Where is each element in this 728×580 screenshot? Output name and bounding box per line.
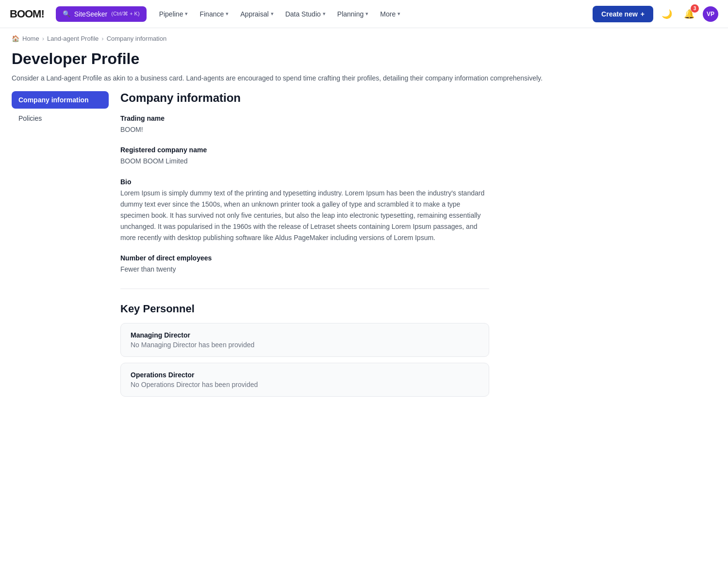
breadcrumb-separator: › [101,35,103,42]
nav-appraisal[interactable]: Appraisal ▾ [235,7,278,21]
page-title: Developer Profile [12,50,716,68]
employees-value: Fewer than twenty [120,264,489,275]
registered-name-group: Registered company name BOOM BOOM Limite… [120,146,489,167]
employees-group: Number of direct employees Fewer than tw… [120,254,489,275]
nav-links: Pipeline ▾ Finance ▾ Appraisal ▾ Data St… [154,7,585,21]
notifications-wrapper: 🔔 3 [680,5,698,23]
site-seeker-button[interactable]: 🔍 SiteSeeker (Ctrl/⌘ + K) [56,6,147,22]
nav-finance[interactable]: Finance ▾ [195,7,233,21]
chevron-down-icon: ▾ [185,11,188,17]
operations-director-card: Operations Director No Operations Direct… [120,363,489,397]
chevron-down-icon: ▾ [365,11,368,17]
plus-icon: + [641,10,645,18]
site-seeker-shortcut: (Ctrl/⌘ + K) [111,11,139,17]
registered-name-label: Registered company name [120,146,489,154]
registered-name-value: BOOM BOOM Limited [120,156,489,167]
site-seeker-label: SiteSeeker [74,10,107,18]
managing-director-empty: No Managing Director has been provided [131,341,479,349]
nav-data-studio[interactable]: Data Studio ▾ [281,7,331,21]
chevron-down-icon: ▾ [397,11,400,17]
breadcrumb-current: Company information [107,35,167,42]
operations-director-role: Operations Director [131,371,479,379]
logo: BOOM! [10,8,44,20]
moon-icon: 🌙 [662,9,672,19]
navbar: BOOM! 🔍 SiteSeeker (Ctrl/⌘ + K) Pipeline… [0,0,728,28]
main-layout: Company information Policies Company inf… [0,91,728,403]
chevron-down-icon: ▾ [226,11,229,17]
create-new-button[interactable]: Create new + [593,6,653,22]
managing-director-role: Managing Director [131,331,479,339]
page-header: Developer Profile Consider a Land-agent … [0,47,728,91]
home-icon: 🏠 [12,35,19,42]
key-personnel-title: Key Personnel [120,303,489,315]
chevron-down-icon: ▾ [323,11,326,17]
operations-director-empty: No Operations Director has been provided [131,381,479,388]
company-info-title: Company information [120,91,489,105]
nav-right: Create new + 🌙 🔔 3 VP [593,5,718,23]
trading-name-group: Trading name BOOM! [120,114,489,135]
notification-badge: 3 [691,4,699,13]
trading-name-label: Trading name [120,114,489,122]
breadcrumb-land-agent[interactable]: Land-agent Profile [47,35,99,42]
sidebar-item-policies[interactable]: Policies [12,110,109,127]
dark-mode-button[interactable]: 🌙 [658,5,676,23]
section-divider [120,289,489,289]
sidebar-item-company-information[interactable]: Company information [12,91,109,109]
avatar[interactable]: VP [703,6,718,22]
bio-value: Lorem Ipsum is simply dummy text of the … [120,188,489,243]
chevron-down-icon: ▾ [271,11,274,17]
managing-director-card: Managing Director No Managing Director h… [120,323,489,357]
bio-label: Bio [120,178,489,186]
sidebar: Company information Policies [12,91,109,128]
nav-planning[interactable]: Planning ▾ [332,7,374,21]
breadcrumb-separator: › [42,35,44,42]
employees-label: Number of direct employees [120,254,489,262]
nav-more[interactable]: More ▾ [375,7,405,21]
main-content: Company information Trading name BOOM! R… [120,91,489,403]
bio-group: Bio Lorem Ipsum is simply dummy text of … [120,178,489,243]
trading-name-value: BOOM! [120,124,489,135]
breadcrumb: 🏠 Home › Land-agent Profile › Company in… [0,28,728,47]
search-icon: 🔍 [63,10,70,17]
page-description: Consider a Land-agent Profile as akin to… [12,73,546,83]
nav-pipeline[interactable]: Pipeline ▾ [154,7,193,21]
breadcrumb-home[interactable]: Home [22,35,39,42]
